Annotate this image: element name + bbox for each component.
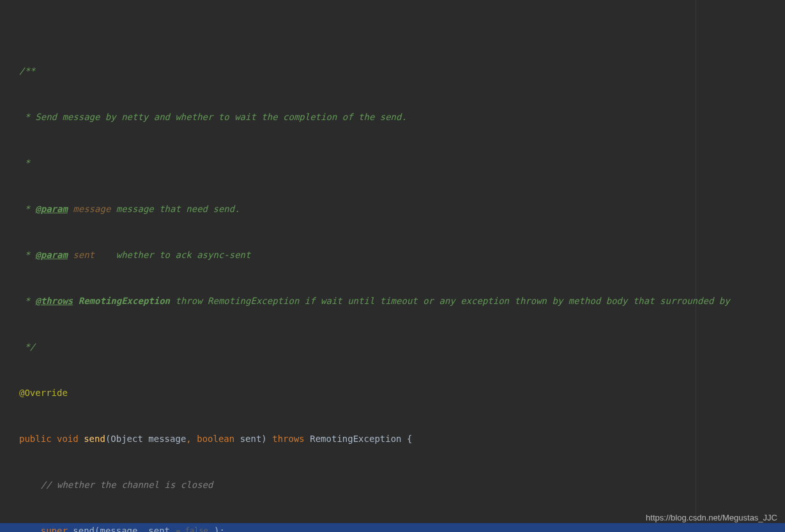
code-editor[interactable]: /** * Send message by netty and whether … <box>0 0 785 532</box>
code-line: * @throws RemotingException throw Remoti… <box>0 293 785 308</box>
code-line: public void send(Object message, boolean… <box>0 431 785 446</box>
margin-guide <box>696 0 696 532</box>
code-line: @Override <box>0 385 785 400</box>
code-line: * @param sent whether to ack async-sent <box>0 247 785 262</box>
code-line: */ <box>0 339 785 354</box>
inlay-hint: = false <box>170 526 214 532</box>
code-line: * @param message message that need send. <box>0 201 785 217</box>
code-line: // whether the channel is closed <box>0 477 785 492</box>
code-line: * Send message by netty and whether to w… <box>0 109 785 125</box>
watermark: https://blog.csdn.net/Megustas_JJC <box>646 510 777 526</box>
code-line: * <box>0 155 785 171</box>
code-line: /** <box>0 63 785 79</box>
